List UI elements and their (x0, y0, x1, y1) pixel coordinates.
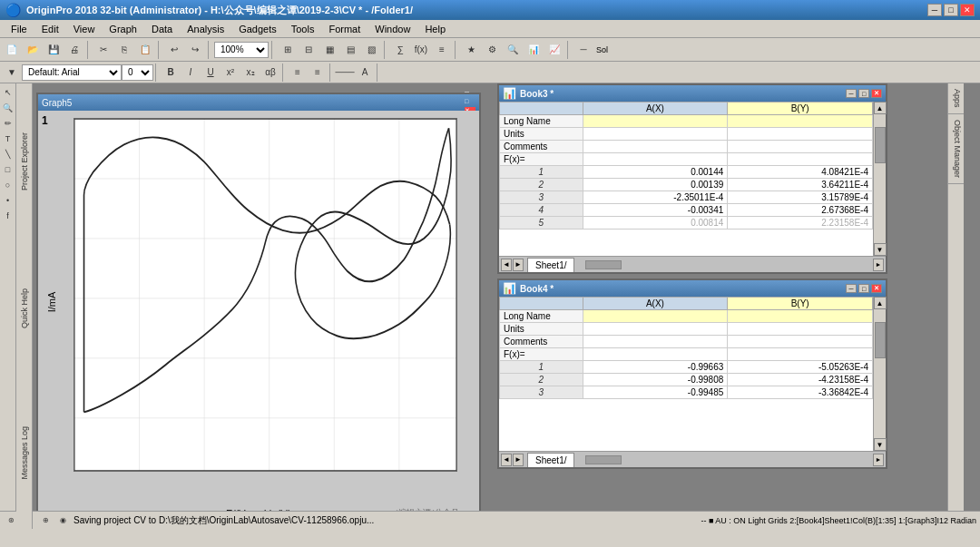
fontsize-dropdown[interactable]: 0 (122, 64, 153, 81)
apps-tab[interactable]: Apps (948, 83, 964, 114)
minimize-button[interactable]: ─ (927, 4, 942, 16)
book4-hscroll[interactable]: ► (576, 454, 884, 466)
open-btn[interactable]: 📂 (23, 41, 43, 59)
tb-btn-c[interactable]: ▦ (319, 41, 339, 59)
book4-scroll-up[interactable]: ▲ (874, 297, 887, 309)
tab4-next[interactable]: ► (513, 454, 524, 466)
menu-view[interactable]: View (66, 22, 103, 36)
book3-restore[interactable]: □ (858, 89, 869, 98)
fmt-select-btn[interactable]: ▼ (2, 63, 22, 82)
status-btn-3[interactable]: ⊕ (38, 513, 53, 528)
undo-btn[interactable]: ↩ (164, 41, 184, 59)
book4-scroll-down[interactable]: ▼ (874, 438, 887, 451)
tb-btn-a[interactable]: ⊞ (278, 41, 298, 59)
book4-scroll-thumb[interactable] (875, 322, 886, 358)
messages-log-label[interactable]: Messages Log (20, 423, 29, 484)
tool-zoom-in[interactable]: 🔍 (1, 101, 15, 115)
copy-btn[interactable]: ⎘ (114, 41, 134, 59)
tb-btn-b[interactable]: ⊟ (299, 41, 318, 59)
tab-prev[interactable]: ◄ (501, 259, 512, 271)
font-dropdown[interactable]: Default: Arial (22, 64, 122, 81)
book3-scroll-up[interactable]: ▲ (874, 102, 887, 114)
graph-titlebar[interactable]: Graph5 ─ □ ✕ (38, 94, 479, 111)
menu-help[interactable]: Help (417, 22, 453, 36)
cut-btn[interactable]: ✂ (93, 41, 113, 59)
tab4-prev[interactable]: ◄ (501, 454, 512, 466)
book3-col-header-a: A(X) (583, 103, 728, 115)
quick-help-label[interactable]: Quick Help (20, 285, 29, 332)
underline-btn[interactable]: U (201, 63, 220, 82)
book4-titlebar[interactable]: 📊 Book4 * ─ □ ✕ (499, 280, 886, 297)
tb-btn-m[interactable]: 📈 (544, 41, 564, 59)
subscript-btn[interactable]: x₂ (240, 63, 260, 82)
menu-window[interactable]: Window (368, 22, 417, 36)
greek-btn[interactable]: αβ (260, 63, 280, 82)
italic-btn[interactable]: I (181, 63, 201, 82)
table-row: F(x)= (500, 348, 873, 361)
paste-btn[interactable]: 📋 (135, 41, 155, 59)
tb-btn-h[interactable]: ≡ (432, 41, 452, 59)
tb-btn-n[interactable]: ─ (573, 41, 593, 59)
new-btn[interactable]: 📄 (2, 41, 22, 59)
status-btn-4[interactable]: ◉ (55, 513, 70, 528)
hscroll-right[interactable]: ► (873, 259, 884, 271)
bold-btn[interactable]: B (161, 63, 181, 82)
menu-tools[interactable]: Tools (284, 22, 322, 36)
tool-formula[interactable]: f (1, 209, 15, 223)
tool-rect[interactable]: □ (1, 162, 15, 177)
book3-minimize[interactable]: ─ (846, 89, 857, 98)
tb-btn-e[interactable]: ▧ (361, 41, 381, 59)
menu-graph[interactable]: Graph (102, 22, 144, 36)
sheet1-tab[interactable]: Sheet1 / (527, 258, 574, 272)
graph-restore[interactable]: □ (465, 98, 475, 107)
close-button[interactable]: ✕ (960, 4, 975, 16)
tb-btn-j[interactable]: ⚙ (482, 41, 502, 59)
tool-data[interactable]: • (1, 193, 15, 208)
tool-circle[interactable]: ○ (1, 178, 15, 192)
object-manager-tab[interactable]: Object Manager (948, 114, 964, 184)
book3-scroll-down[interactable]: ▼ (874, 243, 887, 256)
tool-line[interactable]: ╲ (1, 147, 15, 161)
project-explorer-label[interactable]: Project Explorer (20, 129, 29, 194)
restore-button[interactable]: □ (944, 4, 958, 16)
save-btn[interactable]: 💾 (44, 41, 64, 59)
menu-edit[interactable]: Edit (34, 22, 66, 36)
align-center-btn[interactable]: ≡ (308, 63, 328, 82)
line-color-btn[interactable]: A (355, 63, 375, 82)
tab-next[interactable]: ► (513, 259, 524, 271)
zoom-dropdown[interactable]: 100% 75% 150% (214, 42, 269, 58)
align-left-btn[interactable]: ≡ (288, 63, 308, 82)
book4-close[interactable]: ✕ (871, 284, 882, 293)
book4-title: Book4 * (520, 284, 554, 294)
redo-btn[interactable]: ↪ (185, 41, 205, 59)
tb-btn-g[interactable]: f(x) (411, 41, 431, 59)
tb-btn-d[interactable]: ▤ (340, 41, 360, 59)
menu-format[interactable]: Format (321, 22, 368, 36)
menu-analysis[interactable]: Analysis (180, 22, 231, 36)
table-row: Units (500, 323, 873, 336)
graph-window: Graph5 ─ □ ✕ 1 I/mA 0.4 0.2 (36, 93, 481, 529)
line-style-btn[interactable]: ─── (335, 63, 355, 82)
tb-btn-l[interactable]: 📊 (524, 41, 544, 59)
book3-titlebar[interactable]: 📊 Book3 * ─ □ ✕ (499, 85, 886, 102)
print-btn[interactable]: 🖨 (64, 41, 84, 59)
tb-btn-f[interactable]: ∑ (390, 41, 410, 59)
book3-scroll-thumb[interactable] (875, 127, 886, 163)
book4-sheet1-tab[interactable]: Sheet1 / (527, 453, 574, 467)
menu-data[interactable]: Data (144, 22, 180, 36)
book3-hscroll[interactable]: ► (576, 259, 884, 271)
tool-arrow[interactable]: ↖ (1, 85, 15, 100)
book3-close[interactable]: ✕ (871, 89, 882, 98)
menu-gadgets[interactable]: Gadgets (231, 22, 284, 36)
tb-btn-k[interactable]: 🔍 (503, 41, 523, 59)
menu-file[interactable]: File (4, 22, 34, 36)
superscript-btn[interactable]: x² (220, 63, 240, 82)
book4-restore[interactable]: □ (858, 284, 869, 293)
book4-minimize[interactable]: ─ (846, 284, 857, 293)
tb-btn-i[interactable]: ★ (461, 41, 481, 59)
graph-minimize[interactable]: ─ (465, 89, 475, 98)
table-row: 5 0.00814 2.23158E-4 (500, 217, 873, 230)
tool-text[interactable]: T (1, 132, 15, 146)
tool-draw[interactable]: ✏ (1, 116, 15, 131)
hscroll4-right[interactable]: ► (873, 454, 884, 466)
